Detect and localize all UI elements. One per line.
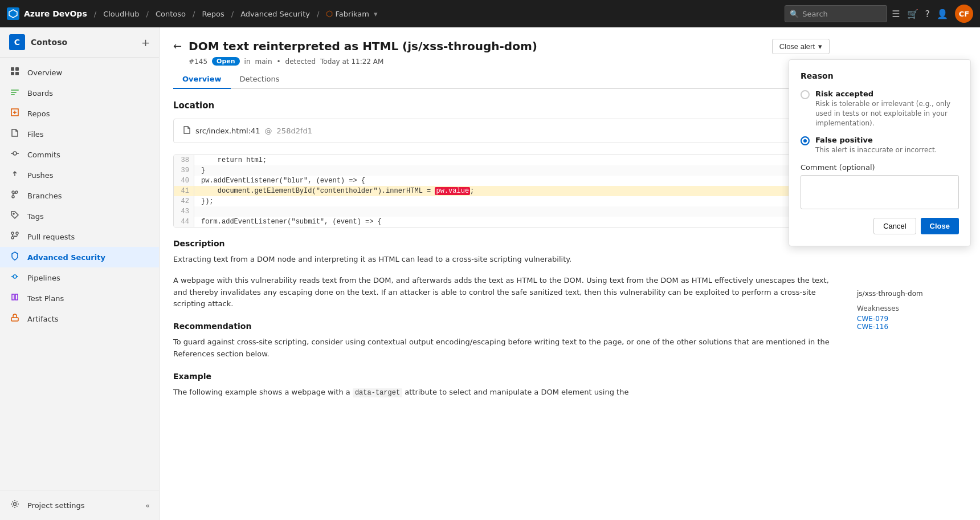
- topbar-feature-link[interactable]: Advanced Security: [240, 10, 310, 18]
- description-section: Description Extracting text from a DOM n…: [173, 239, 830, 310]
- sidebar-item-tags[interactable]: Tags: [0, 206, 159, 226]
- rule-value: js/xss-through-dom: [857, 290, 971, 298]
- code-line-43: 43: [174, 206, 829, 217]
- app-name[interactable]: Azure DevOps: [24, 9, 87, 18]
- code-line-39: 39 }: [174, 165, 829, 176]
- sidebar-label-pull-requests: Pull requests: [27, 233, 75, 241]
- recommendation-section: Recommendation To guard against cross-si…: [173, 322, 830, 360]
- sidebar-item-test-plans[interactable]: Test Plans: [0, 288, 159, 308]
- sep4: /: [231, 10, 234, 18]
- line-content-38: return html;: [194, 155, 829, 165]
- line-content-43: [194, 206, 829, 217]
- collapse-icon[interactable]: «: [145, 501, 150, 510]
- back-button[interactable]: ←: [173, 40, 182, 52]
- search-box[interactable]: 🔍 Search: [785, 5, 887, 22]
- radio-false-positive[interactable]: False positive This alert is inaccurate …: [801, 136, 959, 155]
- close-alert-chevron: ▾: [818, 42, 822, 51]
- user-settings-icon[interactable]: 👤: [937, 9, 948, 19]
- location-file: src/index.html:41 @ 258d2fd1: [183, 126, 820, 136]
- line-content-40: pw.addEventListener("blur", (event) => {: [194, 176, 829, 186]
- close-alert-label: Close alert: [779, 42, 815, 51]
- weakness-cwe-079[interactable]: CWE-079: [857, 315, 971, 323]
- sidebar-item-project-settings[interactable]: Project settings «: [0, 495, 159, 515]
- app-logo[interactable]: [7, 7, 19, 20]
- panel-title: Reason: [801, 71, 959, 80]
- location-box: src/index.html:41 @ 258d2fd1: [173, 119, 830, 143]
- panel-actions: Cancel Close: [801, 218, 959, 234]
- help-icon[interactable]: ?: [925, 9, 930, 19]
- project-icon: C: [9, 34, 25, 50]
- at-symbol: @: [265, 127, 272, 135]
- sidebar-item-pushes[interactable]: Pushes: [0, 165, 159, 185]
- topbar-repo-name[interactable]: Fabrikam: [336, 10, 369, 18]
- svg-rect-17: [11, 318, 18, 321]
- sidebar-item-repos[interactable]: Repos: [0, 103, 159, 124]
- sidebar-label-artifacts: Artifacts: [27, 315, 59, 323]
- svg-rect-1: [15, 67, 19, 71]
- svg-point-7: [13, 152, 17, 155]
- close-confirm-button[interactable]: Close: [921, 218, 959, 234]
- boards-icon: [9, 87, 21, 99]
- pipelines-icon: [9, 272, 21, 283]
- line-content-44: form.addEventListener("submit", (event) …: [194, 217, 829, 227]
- menu-icon[interactable]: ☰: [892, 9, 900, 19]
- sidebar-nav: Overview Boards Repos File: [0, 58, 159, 490]
- add-project-button[interactable]: +: [141, 36, 150, 48]
- tab-overview[interactable]: Overview: [173, 70, 231, 89]
- weaknesses-label: Weaknesses: [857, 304, 971, 312]
- sidebar-item-pipelines[interactable]: Pipelines: [0, 267, 159, 288]
- radio-btn-false-positive[interactable]: [801, 136, 810, 145]
- sidebar-item-branches[interactable]: Branches: [0, 185, 159, 206]
- svg-point-13: [13, 213, 14, 214]
- sidebar-item-boards[interactable]: Boards: [0, 83, 159, 103]
- sidebar-item-overview[interactable]: Overview: [0, 62, 159, 83]
- sidebar-label-repos: Repos: [27, 109, 50, 118]
- radio-label-false-positive: False positive: [815, 136, 937, 144]
- bullet-sep: •: [277, 58, 281, 66]
- detected-label: detected: [285, 58, 316, 66]
- search-placeholder: Search: [802, 10, 828, 18]
- line-num-43: 43: [174, 206, 194, 217]
- location-section: Location src/index.html:41 @ 258d2fd1: [173, 100, 830, 143]
- highlighted-code: pw.value: [435, 187, 470, 195]
- sep5: /: [317, 10, 319, 18]
- page-title: DOM text reinterpreted as HTML (js/xss-t…: [189, 39, 765, 54]
- detected-time: Today at 11:22 AM: [320, 58, 383, 66]
- weakness-cwe-116[interactable]: CWE-116: [857, 323, 971, 331]
- cancel-button[interactable]: Cancel: [873, 218, 916, 234]
- recommendation-title: Recommendation: [173, 322, 830, 331]
- files-icon: [9, 128, 21, 140]
- code-line-42: 42 });: [174, 196, 829, 206]
- sep1: /: [94, 10, 96, 18]
- comment-input[interactable]: [801, 175, 959, 209]
- sidebar-label-commits: Commits: [27, 151, 60, 159]
- close-alert-button[interactable]: Close alert ▾: [772, 39, 830, 54]
- radio-false-positive-content: False positive This alert is inaccurate …: [815, 136, 937, 155]
- basket-icon[interactable]: 🛒: [907, 9, 918, 19]
- topbar-project-link[interactable]: Contoso: [156, 10, 186, 18]
- sidebar-item-files[interactable]: Files: [0, 124, 159, 144]
- repo-icon: ⬡: [326, 9, 333, 18]
- avatar[interactable]: CF: [955, 5, 973, 23]
- sidebar-item-pull-requests[interactable]: Pull requests: [0, 226, 159, 247]
- topbar-org-link[interactable]: CloudHub: [103, 10, 139, 18]
- sidebar-item-commits[interactable]: Commits: [0, 144, 159, 165]
- tab-detections[interactable]: Detections: [231, 70, 289, 89]
- sidebar-label-overview: Overview: [27, 68, 62, 77]
- comment-label: Comment (optional): [801, 163, 959, 172]
- line-num-39: 39: [174, 165, 194, 176]
- description-para-1: Extracting text from a DOM node and inte…: [173, 254, 830, 266]
- radio-risk-accepted[interactable]: Risk accepted Risk is tolerable or irrel…: [801, 90, 959, 128]
- topbar-repos-link[interactable]: Repos: [202, 10, 224, 18]
- sidebar-label-advanced-security: Advanced Security: [27, 253, 105, 262]
- sidebar-item-advanced-security[interactable]: Advanced Security: [0, 247, 159, 267]
- radio-btn-risk-accepted[interactable]: [801, 90, 810, 99]
- radio-desc-false-positive: This alert is inaccurate or incorrect.: [815, 145, 937, 155]
- pushes-icon: [9, 169, 21, 181]
- sidebar-item-artifacts[interactable]: Artifacts: [0, 308, 159, 329]
- chevron-repo: ▾: [374, 10, 378, 18]
- sidebar-label-pushes: Pushes: [27, 171, 54, 180]
- page-title-block: DOM text reinterpreted as HTML (js/xss-t…: [189, 39, 765, 66]
- svg-rect-5: [11, 92, 17, 93]
- sidebar-label-boards: Boards: [27, 89, 53, 98]
